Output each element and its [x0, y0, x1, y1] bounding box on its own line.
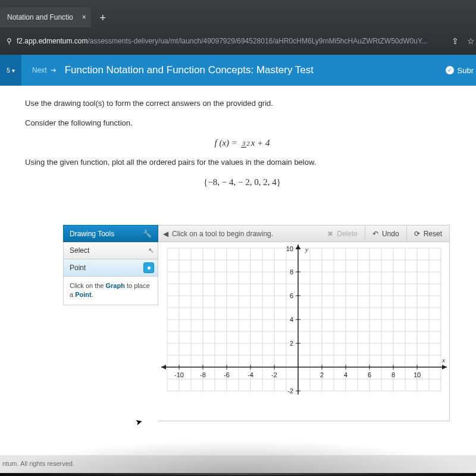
- delete-icon: ✖: [327, 230, 333, 238]
- url-text: f2.app.edmentum.com/assessments-delivery…: [17, 37, 452, 45]
- next-button[interactable]: Next ➔: [32, 66, 57, 74]
- undo-button[interactable]: ↶ Undo: [365, 225, 407, 242]
- share-icon[interactable]: ⇪: [452, 36, 459, 46]
- tool-hint-box: Click on the Graph to place a Point.: [63, 277, 158, 305]
- undo-icon: ↶: [372, 230, 378, 238]
- url-path: /assessments-delivery/ua/mt/launch/49097…: [87, 37, 427, 45]
- svg-text:6: 6: [290, 292, 293, 299]
- tools-title: Drawing Tools: [70, 230, 114, 238]
- hint-bar: ◀ Click on a tool to begin drawing.: [158, 225, 320, 242]
- cursor-icon: ↖: [148, 246, 154, 255]
- svg-text:10: 10: [414, 371, 421, 378]
- reset-button[interactable]: ⟳ Reset: [407, 225, 450, 242]
- browser-tab[interactable]: Notation and Functio ×: [0, 7, 91, 27]
- svg-text:4: 4: [290, 316, 293, 323]
- lock-icon: ⚲: [5, 37, 13, 45]
- svg-marker-41: [296, 245, 300, 249]
- svg-text:-2: -2: [271, 371, 277, 378]
- svg-marker-38: [161, 365, 166, 369]
- question-content: Use the drawing tool(s) to form the corr…: [0, 86, 476, 455]
- nav-dropdown[interactable]: 5 ▾: [0, 55, 21, 86]
- url-domain: f2.app.edmentum.com: [17, 37, 87, 45]
- delete-button[interactable]: ✖ Delete: [320, 225, 365, 242]
- page-viewport: 5 ▾ Next ➔ Function Notation and Functio…: [0, 55, 476, 473]
- browser-chrome: Notation and Functio × + ⚲ f2.app.edment…: [0, 0, 476, 55]
- tool-point[interactable]: Point: [63, 259, 158, 277]
- equation: f (x) = 32x + 4: [25, 138, 459, 148]
- graph-canvas[interactable]: y x -10 -8 -6 -4 -2 2 4 6 8: [158, 242, 450, 421]
- svg-text:-8: -8: [200, 371, 206, 378]
- svg-text:6: 6: [368, 371, 371, 378]
- assessment-header: 5 ▾ Next ➔ Function Notation and Functio…: [0, 55, 476, 86]
- tab-title: Notation and Functio: [7, 13, 73, 21]
- reset-icon: ⟳: [414, 230, 420, 238]
- address-bar[interactable]: ⚲ f2.app.edmentum.com/assessments-delive…: [0, 27, 476, 55]
- check-icon: ✓: [446, 66, 454, 74]
- svg-marker-39: [442, 365, 447, 369]
- submit-button[interactable]: ✓ Subr: [446, 55, 476, 86]
- caret-left-icon: ◀: [163, 230, 168, 238]
- domain-set: {−8, − 4, − 2, 0, 2, 4}: [25, 177, 459, 187]
- laptop-brand: MacBook Air: [0, 462, 476, 471]
- svg-text:-6: -6: [224, 371, 230, 378]
- wrench-icon: 🔧: [143, 230, 152, 238]
- svg-text:10: 10: [286, 245, 293, 252]
- svg-text:8: 8: [392, 371, 395, 378]
- star-icon[interactable]: ☆: [467, 36, 475, 46]
- tool-select[interactable]: Select ↖: [63, 242, 158, 259]
- instruction-line-3: Using the given function, plot all the o…: [25, 158, 459, 167]
- y-axis-label: y: [305, 246, 308, 253]
- page-title: Function Notation and Function Concepts:…: [65, 64, 314, 76]
- next-label: Next: [32, 66, 47, 74]
- svg-text:-10: -10: [174, 371, 184, 378]
- svg-text:-4: -4: [248, 371, 253, 378]
- toolbar: Drawing Tools 🔧 ◀ Click on a tool to beg…: [63, 225, 450, 242]
- svg-text:2: 2: [320, 371, 324, 378]
- new-tab-button[interactable]: +: [95, 10, 111, 26]
- arrow-right-icon: ➔: [51, 66, 57, 74]
- svg-text:2: 2: [290, 340, 293, 347]
- drawing-tool-area: Drawing Tools 🔧 ◀ Click on a tool to beg…: [63, 225, 450, 421]
- point-icon: [143, 262, 154, 273]
- tab-strip: Notation and Functio × +: [0, 0, 476, 27]
- tool-body: Select ↖ Point Click on the Graph to pla…: [63, 242, 450, 421]
- svg-text:8: 8: [290, 268, 293, 275]
- hint-text: Click on a tool to begin drawing.: [172, 230, 273, 238]
- tools-header: Drawing Tools 🔧: [63, 225, 158, 242]
- close-icon[interactable]: ×: [82, 13, 86, 21]
- coordinate-grid: y x -10 -8 -6 -4 -2 2 4 6 8: [158, 242, 449, 421]
- instruction-line-2: Consider the following function.: [25, 118, 459, 127]
- fraction: 32: [241, 140, 250, 147]
- x-axis-label: x: [441, 356, 445, 364]
- action-buttons: ✖ Delete ↶ Undo ⟳ Reset: [320, 225, 450, 242]
- submit-label: Subr: [458, 66, 474, 75]
- instruction-line-1: Use the drawing tool(s) to form the corr…: [25, 99, 459, 108]
- svg-text:4: 4: [344, 371, 347, 378]
- tool-sidebar: Select ↖ Point Click on the Graph to pla…: [63, 242, 158, 421]
- svg-text:-2: -2: [287, 387, 293, 394]
